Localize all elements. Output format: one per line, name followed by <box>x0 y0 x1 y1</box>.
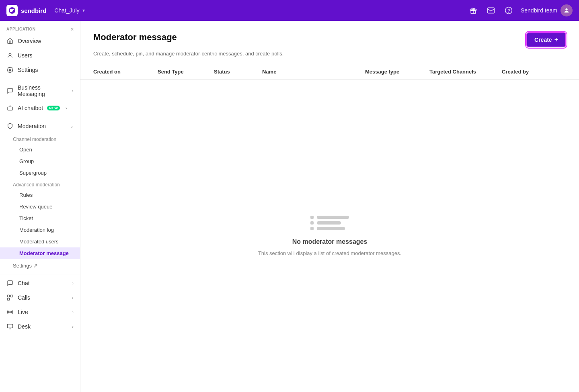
sidebar-item-users-label: Users <box>18 52 33 59</box>
empty-state-icon <box>310 216 349 230</box>
create-plus-icon: + <box>554 36 558 43</box>
top-navigation: sendbird Chat_July ▾ Sendbird team <box>0 0 579 21</box>
calls-icon <box>6 294 14 301</box>
channel-moderation-label: Channel moderation <box>0 133 80 144</box>
mail-icon[interactable] <box>485 5 497 16</box>
create-button-label: Create <box>534 37 552 43</box>
svg-rect-9 <box>8 107 12 110</box>
sidebar-item-live-label: Live <box>18 309 28 315</box>
sidebar-item-chat[interactable]: Chat › <box>0 276 80 290</box>
col-send-type: Send Type <box>158 69 214 75</box>
sidebar-sub-moderation-log[interactable]: Moderation log <box>0 224 80 236</box>
sidebar-sub-supergroup[interactable]: Supergroup <box>0 167 80 179</box>
new-badge: NEW <box>47 106 60 110</box>
calls-chevron: › <box>72 295 74 300</box>
business-messaging-chevron: › <box>72 88 74 93</box>
svg-point-8 <box>9 69 11 71</box>
supergroup-label: Supergroup <box>19 170 47 176</box>
sidebar-collapse-icon[interactable]: « <box>70 26 74 32</box>
sidebar-sub-review-queue[interactable]: Review queue <box>0 201 80 212</box>
page-title: Moderator message <box>93 32 177 43</box>
sidebar-sub-moderated-users[interactable]: Moderated users <box>0 236 80 247</box>
svg-rect-12 <box>7 298 9 300</box>
sidebar-sub-ticket[interactable]: Ticket <box>0 212 80 224</box>
moderation-chevron: ⌄ <box>70 124 74 129</box>
group-label: Group <box>19 158 34 164</box>
review-queue-label: Review queue <box>19 204 52 210</box>
sidebar-item-desk[interactable]: Desk › <box>0 319 80 334</box>
sidebar-item-chat-label: Chat <box>18 280 30 286</box>
ticket-label: Ticket <box>19 215 33 221</box>
moderator-message-label: Moderator message <box>19 250 69 256</box>
svg-point-7 <box>9 53 11 55</box>
create-button[interactable]: Create + <box>526 32 566 47</box>
sidebar-item-business-messaging[interactable]: Business Messaging › <box>0 81 80 101</box>
advanced-moderation-label: Advanced moderation <box>0 179 80 189</box>
sidebar-item-moderation[interactable]: Moderation ⌄ <box>0 119 80 133</box>
user-icon <box>6 52 14 59</box>
sidebar-item-desk-label: Desk <box>18 323 31 330</box>
sidebar-item-overview[interactable]: Overview <box>0 34 80 48</box>
sidebar-item-live[interactable]: Live › <box>0 305 80 319</box>
moderated-users-label: Moderated users <box>19 239 59 245</box>
user-name: Sendbird team <box>521 7 557 14</box>
open-label: Open <box>19 147 32 153</box>
empty-state-title: No moderator messages <box>292 238 368 245</box>
table-header: Created on Send Type Status Name Message… <box>93 65 566 79</box>
svg-point-5 <box>509 12 509 12</box>
logo-icon <box>6 5 18 16</box>
moderation-settings-label: Settings ↗ <box>13 263 38 269</box>
gift-icon[interactable] <box>468 5 479 16</box>
home-icon <box>6 37 14 45</box>
svg-rect-11 <box>10 295 12 297</box>
chat-icon <box>6 280 14 287</box>
chat-chevron: › <box>72 281 74 286</box>
sidebar-sub-rules[interactable]: Rules <box>0 189 80 201</box>
sidebar-item-settings[interactable]: Settings <box>0 63 80 77</box>
live-chevron: › <box>72 310 74 314</box>
gear-icon <box>6 66 14 74</box>
col-status: Status <box>214 69 262 75</box>
content-header: Moderator message Create + Create, sched… <box>80 21 579 80</box>
moderation-log-label: Moderation log <box>19 227 54 233</box>
shield-icon <box>6 122 14 130</box>
app-selector-chevron: ▾ <box>82 8 85 13</box>
user-menu[interactable]: Sendbird team <box>521 4 573 16</box>
sidebar-item-moderation-settings[interactable]: Settings ↗ <box>0 259 80 272</box>
rules-label: Rules <box>19 192 33 198</box>
main-content: Moderator message Create + Create, sched… <box>80 21 579 392</box>
svg-rect-3 <box>488 8 495 13</box>
app-selector[interactable]: Chat_July ▾ <box>51 7 84 14</box>
sidebar-item-business-messaging-label: Business Messaging <box>18 84 68 97</box>
sidebar-item-ai-chatbot-label: AI chatbot <box>18 105 43 111</box>
sidebar-sub-open[interactable]: Open <box>0 144 80 155</box>
col-created-on: Created on <box>93 69 158 75</box>
user-avatar <box>561 4 573 16</box>
desk-icon <box>6 323 14 330</box>
sidebar-sub-group[interactable]: Group <box>0 155 80 167</box>
col-message-type: Message type <box>365 69 429 75</box>
col-name: Name <box>262 69 365 75</box>
sidebar-item-settings-label: Settings <box>18 67 38 73</box>
col-targeted-channels: Targeted Channels <box>429 69 502 75</box>
sidebar-sub-moderator-message[interactable]: Moderator message <box>0 247 80 259</box>
app-name: Chat_July <box>54 7 79 14</box>
ai-chatbot-chevron: › <box>66 106 67 110</box>
sidebar-section-label: APPLICATION <box>6 27 36 31</box>
svg-point-13 <box>10 312 11 313</box>
help-icon[interactable] <box>503 5 514 16</box>
sidebar-item-calls[interactable]: Calls › <box>0 290 80 305</box>
live-icon <box>6 308 14 316</box>
sidebar-item-overview-label: Overview <box>18 38 41 44</box>
logo[interactable]: sendbird <box>6 5 46 16</box>
empty-state-description: This section will display a list of crea… <box>258 250 401 256</box>
sidebar-item-ai-chatbot[interactable]: AI chatbot NEW › <box>0 101 80 115</box>
sidebar-item-calls-label: Calls <box>18 294 30 301</box>
logo-text: sendbird <box>21 7 46 14</box>
svg-point-4 <box>505 7 512 14</box>
page-subtitle: Create, schedule, pin, and manage modera… <box>93 51 566 57</box>
sidebar-item-users[interactable]: Users <box>0 48 80 63</box>
bot-icon <box>6 104 14 112</box>
svg-point-6 <box>565 8 567 10</box>
sidebar: APPLICATION « Overview Users Settings <box>0 21 80 392</box>
